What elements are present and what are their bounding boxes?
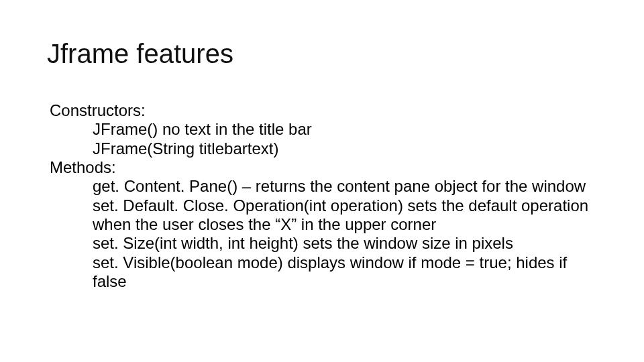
- slide: Jframe features Constructors: JFrame() n…: [0, 0, 644, 362]
- constructor-item: JFrame() no text in the title bar: [93, 120, 597, 139]
- method-item: set. Size(int width, int height) sets th…: [93, 234, 597, 253]
- slide-title: Jframe features: [47, 39, 597, 69]
- methods-heading: Methods:: [50, 158, 597, 177]
- slide-body: Constructors: JFrame() no text in the ti…: [47, 101, 597, 291]
- method-item: set. Default. Close. Operation(int opera…: [93, 196, 597, 235]
- constructors-heading: Constructors:: [50, 101, 597, 120]
- method-item: get. Content. Pane() – returns the conte…: [93, 177, 597, 196]
- constructor-item: JFrame(String titlebartext): [93, 139, 597, 158]
- method-item: set. Visible(boolean mode) displays wind…: [93, 253, 597, 292]
